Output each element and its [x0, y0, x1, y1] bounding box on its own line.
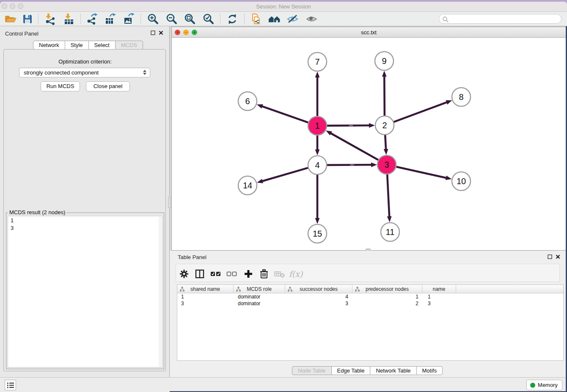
column-header-successor-nodes[interactable]: successor nodes: [285, 285, 352, 293]
show-graphics-details-button[interactable]: [305, 13, 319, 25]
graph-edge-4-14[interactable]: [262, 168, 309, 182]
float-table-panel-icon[interactable]: [548, 254, 552, 259]
clone-network-button[interactable]: [249, 13, 263, 25]
zoom-fit-button[interactable]: [183, 13, 197, 25]
import-table-icon: [63, 13, 75, 25]
cell-predecessor-nodes[interactable]: 1: [354, 293, 424, 300]
graph-edge-2-3[interactable]: [385, 134, 386, 150]
graph-edge-4-3[interactable]: [326, 165, 372, 165]
hide-all-columns-button[interactable]: [226, 268, 238, 280]
graph-arrowhead-3-10: [446, 176, 452, 180]
zoom-selected-button[interactable]: [201, 13, 216, 25]
memory-button[interactable]: Memory: [526, 380, 562, 390]
delete-table-button[interactable]: [273, 268, 286, 280]
open-folder-icon: [5, 14, 17, 25]
network-canvas[interactable]: 7968124310141511: [172, 38, 566, 250]
tab-style[interactable]: Style: [65, 41, 89, 50]
vertical-splitter-handle[interactable]: [168, 197, 171, 208]
column-header-MCDS-role[interactable]: MCDS role: [234, 285, 285, 293]
network-window-titlebar[interactable]: × − + scc.txt: [172, 27, 566, 38]
criterion-select[interactable]: strongly connected component: [19, 68, 150, 77]
run-mcds-button[interactable]: Run MCDS: [41, 81, 80, 91]
node-table[interactable]: shared nameMCDS rolesuccessor nodesprede…: [177, 284, 564, 361]
cell-MCDS-role[interactable]: dominator: [234, 300, 286, 307]
result-scrollbar[interactable]: [159, 217, 162, 367]
task-history-button[interactable]: [5, 380, 16, 390]
table-tab-motifs[interactable]: Motifs: [416, 366, 443, 375]
table-header: shared nameMCDS rolesuccessor nodesprede…: [177, 285, 563, 293]
cell-shared-name[interactable]: 1: [177, 293, 234, 300]
apply-layout-button[interactable]: [225, 13, 239, 25]
column-header-name[interactable]: name: [422, 285, 456, 293]
table-row-2[interactable]: 3dominator323: [177, 300, 563, 307]
select-stepper-icon: [143, 70, 146, 75]
graph-edge-1-6[interactable]: [261, 106, 309, 123]
delete-column-button[interactable]: [258, 268, 270, 280]
eye-slash-icon: [286, 13, 299, 25]
tab-network[interactable]: Network: [33, 41, 65, 50]
graph-edge-2-9[interactable]: [384, 76, 385, 117]
split-columns-icon: [194, 268, 205, 279]
network-view-window: × − + scc.txt 7968124310141511: [171, 27, 566, 251]
table-tab-edge-table[interactable]: Edge Table: [331, 366, 371, 375]
control-panel: Control Panel NetworkStyleSelectMCDS Opt…: [0, 26, 170, 377]
delete-table-icon: [274, 268, 286, 279]
cell-shared-name[interactable]: 3: [177, 300, 234, 307]
cell-name[interactable]: 3: [424, 300, 458, 307]
export-image-button[interactable]: [122, 13, 136, 25]
graph-edge-3-11[interactable]: [387, 173, 389, 217]
graph-edge-1-2[interactable]: [326, 125, 370, 126]
graph-arrowhead-1-6: [257, 104, 263, 108]
cell-MCDS-role[interactable]: dominator: [234, 293, 286, 300]
graph-edge-3-1[interactable]: [330, 133, 380, 160]
close-table-panel-icon[interactable]: [556, 254, 560, 259]
search-input[interactable]: [439, 14, 561, 24]
cytoscape-window: Session: New Session: [0, 0, 567, 392]
cell-successor-nodes[interactable]: 3: [286, 300, 354, 307]
column-header-predecessor-nodes[interactable]: predecessor nodes: [352, 285, 422, 293]
export-network-button[interactable]: [85, 13, 99, 25]
save-session-button[interactable]: [20, 13, 35, 25]
import-table-button[interactable]: [62, 13, 76, 25]
close-panel-icon[interactable]: [159, 30, 163, 35]
table-row-1[interactable]: 1dominator411: [177, 293, 563, 300]
tab-mcds[interactable]: MCDS: [115, 41, 143, 50]
function-builder-button[interactable]: f(x): [289, 268, 302, 280]
cell-name[interactable]: 1: [424, 293, 458, 300]
zoom-out-button[interactable]: [165, 13, 179, 25]
table-tab-network-table[interactable]: Network Table: [370, 366, 416, 375]
show-all-columns-button[interactable]: [209, 268, 222, 280]
mcds-result-item: 1: [8, 216, 162, 224]
hide-graphics-details-button[interactable]: [286, 13, 300, 25]
trash-icon: [259, 268, 270, 279]
table-settings-button[interactable]: [178, 268, 190, 280]
table-tab-node-table[interactable]: Node Table: [292, 366, 332, 375]
cell-predecessor-nodes[interactable]: 2: [354, 300, 424, 307]
column-type-icon: [287, 287, 293, 292]
split-columns-button[interactable]: [193, 268, 206, 280]
tab-select[interactable]: Select: [88, 41, 116, 50]
column-header-shared-name[interactable]: shared name: [177, 285, 234, 293]
graph-edge-2-8[interactable]: [393, 102, 447, 122]
graph-edge-3-10[interactable]: [395, 166, 447, 178]
show-all-networks-button[interactable]: [267, 13, 282, 25]
window-titlebar[interactable]: Session: New Session: [0, 2, 567, 12]
export-table-button[interactable]: [103, 13, 118, 25]
zoom-out-icon: [166, 13, 178, 25]
cell-successor-nodes[interactable]: 4: [286, 293, 354, 300]
status-bar: Memory: [0, 377, 567, 392]
open-session-button[interactable]: [3, 13, 18, 25]
graph-node-label-8: 8: [459, 92, 463, 102]
unchecked-boxes-icon: [226, 268, 238, 279]
mcds-result-group: MCDS result (2 nodes) 13: [6, 213, 164, 369]
create-column-button[interactable]: [242, 268, 255, 280]
import-network-button[interactable]: [43, 13, 57, 25]
zoom-in-button[interactable]: [146, 13, 160, 25]
float-panel-icon[interactable]: [151, 30, 155, 35]
mcds-result-list[interactable]: 13: [8, 216, 162, 367]
graph-node-label-11: 11: [386, 227, 395, 237]
houses-icon: [268, 13, 281, 25]
close-panel-button[interactable]: Close panel: [86, 81, 130, 91]
import-network-icon: [44, 13, 56, 25]
plus-icon: [243, 268, 254, 279]
